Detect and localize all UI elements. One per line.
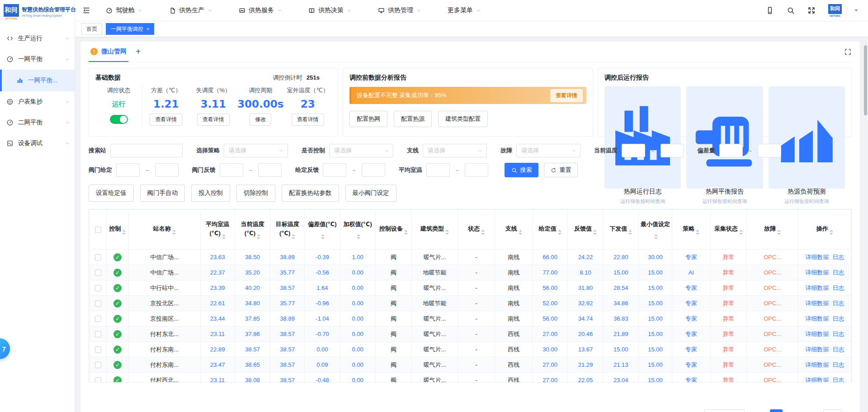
range-min-input[interactable] xyxy=(426,163,450,177)
range-min-input[interactable] xyxy=(719,144,743,157)
topnav-item-2[interactable]: 供热服务 xyxy=(239,6,282,14)
user-dropdown-caret-icon[interactable] xyxy=(854,9,858,13)
sort-icon[interactable] xyxy=(830,230,833,235)
tab-network-balance-control[interactable]: 一网平衡调控 × xyxy=(106,23,154,35)
column-header-7[interactable]: 控制设备 xyxy=(375,210,411,250)
action-button-4[interactable]: 配置换热站参数 xyxy=(282,185,339,202)
column-header-17[interactable]: 故障 xyxy=(747,210,798,250)
range-max-input[interactable] xyxy=(758,144,781,157)
log-link[interactable]: 日志 xyxy=(832,346,844,353)
detail-data-link[interactable]: 详细数据 xyxy=(805,284,829,291)
sidebar-item-1[interactable]: 一网平衡 xyxy=(0,49,75,70)
control-status-toggle[interactable] xyxy=(110,115,128,124)
log-link[interactable]: 日志 xyxy=(832,331,844,337)
row-checkbox[interactable] xyxy=(95,270,101,276)
range-min-input[interactable] xyxy=(622,144,645,157)
column-header-5[interactable]: 偏差值(℃) xyxy=(305,210,340,250)
column-header-8[interactable]: 建筑类型 xyxy=(412,210,458,250)
log-link[interactable]: 日志 xyxy=(832,300,844,307)
sort-icon[interactable] xyxy=(558,230,561,235)
fullscreen-icon[interactable] xyxy=(807,6,816,14)
metric-detail-button[interactable]: 查看详情 xyxy=(292,114,324,126)
sort-icon[interactable] xyxy=(593,230,597,235)
column-header-16[interactable]: 采集状态 xyxy=(710,210,746,250)
sort-icon[interactable] xyxy=(777,230,781,235)
add-tab-icon[interactable]: + xyxy=(136,47,141,57)
row-checkbox[interactable] xyxy=(95,285,101,291)
mobile-icon[interactable] xyxy=(766,6,774,14)
sidebar-item-3[interactable]: 户表集抄 xyxy=(0,91,75,112)
column-header-18[interactable]: 操作 xyxy=(798,210,851,250)
sort-icon[interactable] xyxy=(222,234,226,239)
detail-data-link[interactable]: 详细数据 xyxy=(805,346,829,353)
column-header-0[interactable]: 控制 xyxy=(107,210,129,250)
range-max-input[interactable] xyxy=(465,163,488,177)
goto-page-input[interactable] xyxy=(823,409,842,412)
sort-icon[interactable] xyxy=(519,230,522,235)
filter-select[interactable]: 请选择 xyxy=(224,144,288,157)
sidebar-item-5[interactable]: 设备调试 xyxy=(0,133,75,154)
sort-icon[interactable] xyxy=(122,230,126,235)
page-size-select[interactable]: 200条/页 xyxy=(704,409,745,412)
sort-icon[interactable] xyxy=(445,230,449,235)
sidebar-item-4[interactable]: 二网平衡 xyxy=(0,112,75,133)
current-page-button[interactable]: 1 xyxy=(770,409,783,412)
row-checkbox[interactable] xyxy=(95,362,101,368)
column-header-14[interactable]: 最小值设定 xyxy=(638,210,672,250)
topnav-item-3[interactable]: 供热决策 xyxy=(308,6,352,14)
alert-detail-button[interactable]: 查看详情 xyxy=(550,89,583,102)
tab-home[interactable]: 首页 xyxy=(81,23,102,35)
range-max-input[interactable] xyxy=(362,163,385,177)
sort-icon[interactable] xyxy=(628,230,632,235)
action-button-1[interactable]: 阀门手自动 xyxy=(140,185,185,202)
sort-icon[interactable] xyxy=(172,230,176,235)
row-checkbox[interactable] xyxy=(95,346,101,353)
action-button-2[interactable]: 投入控制 xyxy=(191,185,230,202)
sort-icon[interactable] xyxy=(321,234,325,239)
close-icon[interactable]: × xyxy=(146,27,149,32)
sort-icon[interactable] xyxy=(257,234,260,239)
sort-icon[interactable] xyxy=(357,234,360,239)
topnav-item-1[interactable]: 供热生产 xyxy=(169,6,212,14)
action-button-0[interactable]: 设置给定值 xyxy=(89,185,134,202)
reset-button[interactable]: 重置 xyxy=(544,163,578,177)
column-header-6[interactable]: 加权值(℃) xyxy=(340,210,375,250)
filter-input[interactable] xyxy=(110,144,183,157)
log-link[interactable]: 日志 xyxy=(832,284,844,291)
pre-report-button-2[interactable]: 建筑类型配置 xyxy=(438,111,488,127)
column-header-15[interactable]: 策略 xyxy=(672,210,711,250)
search-icon[interactable] xyxy=(787,6,795,14)
collapse-menu-icon[interactable] xyxy=(82,6,90,14)
sidebar-item-2[interactable]: 一网平衡... xyxy=(0,70,75,91)
column-header-9[interactable]: 状态 xyxy=(458,210,495,250)
search-button[interactable]: 搜索 xyxy=(505,163,538,177)
row-checkbox[interactable] xyxy=(95,254,101,260)
prev-page-button[interactable]: ‹ xyxy=(751,409,764,412)
sort-icon[interactable] xyxy=(292,234,295,239)
pre-report-button-1[interactable]: 配置热源 xyxy=(394,111,432,127)
metric-detail-button[interactable]: 查看详情 xyxy=(150,114,182,126)
range-max-input[interactable] xyxy=(258,163,282,177)
avatar[interactable]: 和同 HETONG xyxy=(828,4,842,17)
topnav-item-5[interactable]: 更多菜单 xyxy=(448,6,481,14)
filter-select[interactable]: 请选择 xyxy=(423,144,487,157)
tab-weishan-network[interactable]: ! 微山管网 xyxy=(89,42,128,62)
topnav-item-4[interactable]: 供热管理 xyxy=(378,6,421,14)
column-header-3[interactable]: 当前温度(℃) xyxy=(235,210,270,250)
sort-icon[interactable] xyxy=(404,230,408,235)
log-link[interactable]: 日志 xyxy=(832,254,844,260)
pre-report-button-0[interactable]: 配置热网 xyxy=(349,111,387,127)
row-checkbox[interactable] xyxy=(95,331,101,337)
detail-data-link[interactable]: 详细数据 xyxy=(805,331,829,337)
log-link[interactable]: 日志 xyxy=(832,377,844,383)
range-max-input[interactable] xyxy=(155,163,179,177)
vertical-scrollbar[interactable] xyxy=(864,45,867,115)
topnav-item-0[interactable]: 驾驶舱 xyxy=(106,6,143,14)
detail-data-link[interactable]: 详细数据 xyxy=(805,377,829,383)
row-checkbox[interactable] xyxy=(95,300,101,307)
detail-data-link[interactable]: 详细数据 xyxy=(805,254,829,260)
column-header-2[interactable]: 平均室温(℃) xyxy=(200,210,235,250)
filter-select[interactable]: 请选择 xyxy=(329,144,393,157)
range-min-input[interactable] xyxy=(220,163,243,177)
detail-data-link[interactable]: 详细数据 xyxy=(805,361,829,368)
